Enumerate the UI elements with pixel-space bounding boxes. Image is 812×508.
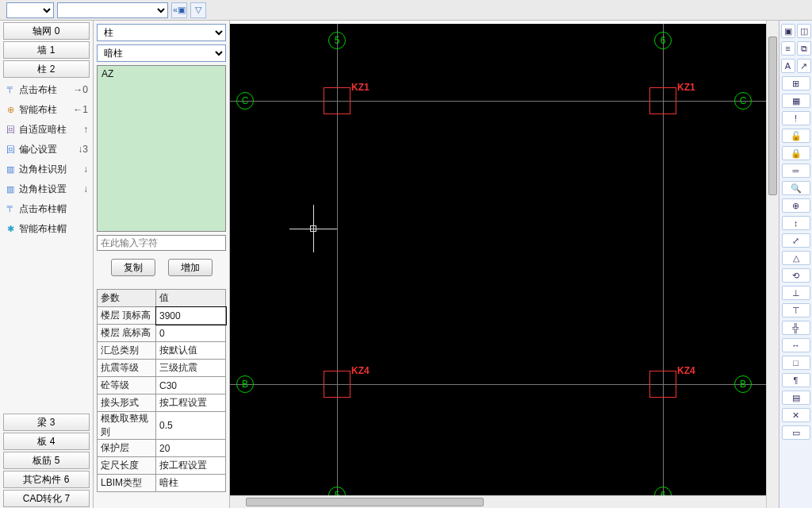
tool-icon[interactable]: ▣ bbox=[781, 24, 795, 38]
category-item[interactable]: 板筋 5 bbox=[3, 452, 90, 469]
add-button[interactable]: 增加 bbox=[168, 259, 213, 276]
param-value[interactable]: 0.5 bbox=[156, 412, 226, 440]
tool-icon[interactable]: ✕ bbox=[782, 408, 810, 422]
toolbar-button-1[interactable]: «▣ bbox=[171, 2, 187, 18]
tool-icon[interactable]: 🔓 bbox=[782, 129, 810, 143]
tool-icon[interactable]: ⊕ bbox=[782, 198, 810, 213]
axis-bubble: C bbox=[236, 92, 254, 110]
tool-icon[interactable]: ▭ bbox=[782, 425, 810, 440]
component-subtype-dropdown[interactable]: 暗柱 bbox=[97, 44, 226, 62]
category-item[interactable]: 轴网 0 bbox=[3, 22, 90, 40]
table-row[interactable]: 楼层 顶标高3900 bbox=[98, 307, 226, 325]
tool-item[interactable]: ✱智能布柱帽 bbox=[3, 219, 90, 238]
tool-icon[interactable]: ⧉ bbox=[797, 41, 811, 56]
tool-icon[interactable]: ⊞ bbox=[782, 76, 810, 90]
param-value[interactable]: 三级抗震 bbox=[156, 360, 226, 377]
horizontal-scrollbar[interactable] bbox=[230, 495, 766, 508]
column-label: KZ4 bbox=[351, 365, 370, 376]
category-item[interactable]: 其它构件 6 bbox=[3, 471, 90, 488]
tool-icon[interactable]: 🔒 bbox=[782, 146, 810, 160]
tool-icon[interactable]: △ bbox=[782, 251, 810, 265]
tool-icon[interactable]: ╬ bbox=[782, 321, 810, 335]
param-value[interactable]: 按工程设置 bbox=[156, 394, 226, 412]
grid-axis-horizontal bbox=[230, 384, 766, 385]
tool-item[interactable]: ▥边角柱识别↓ bbox=[3, 160, 90, 179]
tool-icon[interactable]: ⊤ bbox=[782, 303, 810, 318]
top-dropdown-2[interactable] bbox=[57, 2, 168, 18]
axis-bubble: B bbox=[236, 375, 254, 393]
tool-item[interactable]: ⊕智能布柱←1 bbox=[3, 100, 90, 119]
tool-icon[interactable]: A bbox=[781, 59, 795, 73]
tool-icon[interactable]: ⊥ bbox=[782, 286, 810, 300]
drawing-canvas[interactable]: 5566CCBBKZ1KZ1KZ4KZ4 bbox=[230, 24, 766, 506]
table-row[interactable]: 根数取整规则0.5 bbox=[98, 412, 226, 440]
param-name: 砼等级 bbox=[98, 377, 156, 394]
tool-item[interactable]: 〒点击布柱帽 bbox=[3, 199, 90, 218]
tool-label: 点击布柱 bbox=[19, 83, 57, 97]
tool-icon[interactable]: ◫ bbox=[797, 24, 811, 38]
table-row[interactable]: LBIM类型暗柱 bbox=[98, 475, 226, 492]
tool-icon[interactable]: ▤ bbox=[782, 391, 810, 405]
scrollbar-thumb[interactable] bbox=[768, 37, 777, 195]
tool-icon[interactable]: ═ bbox=[782, 164, 810, 178]
tool-item[interactable]: 回自适应暗柱↑ bbox=[3, 120, 90, 139]
tool-icon[interactable]: ! bbox=[782, 111, 810, 125]
table-row[interactable]: 定尺长度按工程设置 bbox=[98, 457, 226, 475]
column-marker[interactable] bbox=[649, 87, 676, 114]
tool-icon[interactable]: ⟲ bbox=[782, 268, 810, 283]
tool-icon[interactable]: ≡ bbox=[781, 41, 795, 56]
tool-icon[interactable]: ¶ bbox=[782, 373, 810, 387]
scrollbar-thumb[interactable] bbox=[246, 498, 484, 506]
tool-icon[interactable]: ↕ bbox=[782, 216, 810, 230]
tool-icon: ▥ bbox=[5, 183, 16, 194]
category-item[interactable]: 墙 1 bbox=[3, 41, 90, 59]
param-value[interactable]: 3900 bbox=[156, 307, 226, 325]
top-dropdown-1[interactable] bbox=[6, 2, 54, 18]
table-row[interactable]: 接头形式按工程设置 bbox=[98, 394, 226, 412]
table-row[interactable]: 抗震等级三级抗震 bbox=[98, 360, 226, 377]
tool-suffix: ↓3 bbox=[78, 144, 88, 155]
tool-icon[interactable]: 🔍 bbox=[782, 181, 810, 195]
tool-icon: 回 bbox=[5, 124, 16, 135]
param-value[interactable]: 20 bbox=[156, 440, 226, 457]
tool-icon[interactable]: ⤢ bbox=[782, 233, 810, 248]
param-value[interactable]: C30 bbox=[156, 377, 226, 394]
table-row[interactable]: 砼等级C30 bbox=[98, 377, 226, 394]
component-type-dropdown[interactable]: 柱 bbox=[97, 24, 226, 41]
tool-item[interactable]: ▥边角柱设置↓ bbox=[3, 179, 90, 198]
table-row[interactable]: 汇总类别按默认值 bbox=[98, 342, 226, 360]
param-value[interactable]: 暗柱 bbox=[156, 475, 226, 492]
tool-label: 偏心设置 bbox=[19, 143, 57, 156]
column-label: KZ4 bbox=[677, 365, 695, 376]
vertical-scrollbar[interactable] bbox=[766, 21, 779, 508]
tool-item[interactable]: 〒点击布柱→0 bbox=[3, 80, 90, 99]
tool-icon[interactable]: ↗ bbox=[797, 59, 811, 73]
category-item[interactable]: 梁 3 bbox=[3, 414, 90, 431]
tool-item[interactable]: 回偏心设置↓3 bbox=[3, 140, 90, 159]
param-name: 保护层 bbox=[98, 440, 156, 457]
list-item[interactable]: AZ bbox=[102, 68, 113, 79]
tool-icon[interactable]: □ bbox=[782, 356, 810, 370]
param-value[interactable]: 按默认值 bbox=[156, 342, 226, 360]
tool-icon[interactable]: ↔ bbox=[782, 338, 810, 352]
property-table: 参数 值 楼层 顶标高3900楼层 底标高0汇总类别按默认值抗震等级三级抗震砼等… bbox=[97, 289, 226, 492]
category-item[interactable]: CAD转化 7 bbox=[3, 490, 90, 507]
table-row[interactable]: 保护层20 bbox=[98, 440, 226, 457]
column-marker[interactable] bbox=[649, 371, 676, 398]
tool-label: 点击布柱帽 bbox=[19, 202, 67, 216]
copy-button[interactable]: 复制 bbox=[111, 259, 155, 276]
filter-icon[interactable]: ▽ bbox=[190, 2, 206, 18]
category-item[interactable]: 柱 2 bbox=[3, 60, 90, 78]
table-row[interactable]: 楼层 底标高0 bbox=[98, 325, 226, 342]
column-marker[interactable] bbox=[324, 87, 350, 114]
param-value[interactable]: 按工程设置 bbox=[156, 457, 226, 475]
tool-icon[interactable]: ▦ bbox=[782, 94, 810, 108]
param-name: 楼层 底标高 bbox=[98, 325, 156, 342]
param-value[interactable]: 0 bbox=[156, 325, 226, 342]
tool-icon: 〒 bbox=[5, 203, 16, 214]
column-marker[interactable] bbox=[324, 371, 350, 398]
component-list[interactable]: AZ bbox=[97, 65, 226, 232]
search-input[interactable] bbox=[97, 235, 226, 251]
category-item[interactable]: 板 4 bbox=[3, 433, 90, 450]
tool-icon: 回 bbox=[5, 144, 16, 155]
